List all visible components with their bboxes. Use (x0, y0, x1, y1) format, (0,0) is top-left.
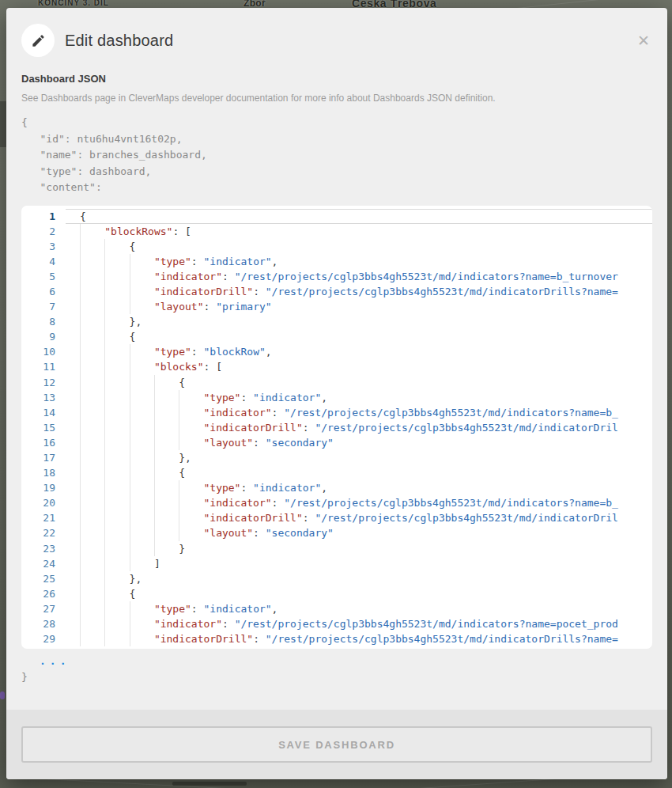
line-number: 11 (21, 359, 66, 374)
line-number: 12 (21, 375, 66, 390)
code-line-content: "layout": "secondary" (66, 435, 652, 450)
indent-guide (104, 299, 129, 314)
line-number: 22 (21, 525, 66, 540)
line-number: 20 (21, 495, 66, 510)
code-line[interactable]: 3{ (21, 239, 652, 254)
indent-guide (130, 510, 154, 525)
code-token-punct: : [ (172, 225, 191, 237)
line-number: 6 (21, 284, 66, 299)
code-line[interactable]: 16"layout": "secondary" (21, 435, 652, 450)
code-line[interactable]: 21"indicatorDrill": "/rest/projects/cglp… (21, 510, 652, 525)
indent-guide (104, 525, 129, 540)
code-line[interactable]: 14"indicator": "/rest/projects/cglp3bbs4… (21, 405, 652, 420)
code-line[interactable]: 15"indicatorDrill": "/rest/projects/cglp… (21, 420, 652, 435)
modal-footer: SAVE DASHBOARD (6, 710, 667, 779)
indent-guide (80, 239, 104, 254)
line-number: 10 (21, 344, 66, 359)
code-line[interactable]: 4"type": "indicator", (21, 254, 652, 269)
code-line[interactable]: 28"indicator": "/rest/projects/cglp3bbs4… (21, 616, 652, 631)
code-line[interactable]: 2"blockRows": [ (21, 224, 652, 239)
indent-guide (104, 571, 129, 586)
code-line[interactable]: 7"layout": "primary" (21, 299, 652, 314)
indent-guide (80, 284, 104, 299)
code-token-punct: : (222, 618, 235, 630)
dashboard-json-description: See Dashboards page in CleverMaps develo… (21, 93, 652, 104)
code-line[interactable]: 8}, (21, 314, 652, 329)
modal-body: Dashboard JSON See Dashboards page in Cl… (6, 66, 667, 710)
indent-guide (80, 556, 104, 571)
code-token-string: "secondary" (266, 527, 334, 539)
code-line-content: ] (66, 556, 652, 571)
indent-guide (130, 495, 154, 510)
indent-guide (104, 329, 129, 344)
code-token-punct: }, (130, 316, 142, 328)
code-token-punct: : (253, 527, 266, 539)
save-dashboard-button[interactable]: SAVE DASHBOARD (21, 726, 652, 763)
code-line[interactable]: 9{ (21, 329, 652, 344)
line-number: 4 (21, 254, 66, 269)
code-line-content: "type": "indicator", (66, 254, 652, 269)
edit-dashboard-modal: Edit dashboard ✕ Dashboard JSON See Dash… (6, 8, 667, 779)
code-token-punct: : (204, 301, 217, 313)
code-line[interactable]: 17}, (21, 450, 652, 465)
indent-guide (179, 495, 203, 510)
code-line[interactable]: 23} (21, 541, 652, 556)
indent-guide (104, 556, 129, 571)
code-line-content: } (66, 541, 652, 556)
code-token-punct: { (179, 467, 185, 479)
code-line-content: "indicator": "/rest/projects/cglp3bbs4gh… (66, 269, 652, 284)
collapsed-ellipsis[interactable]: ... (40, 654, 70, 670)
indent-guide (154, 510, 179, 525)
line-number: 28 (21, 616, 66, 631)
indent-guide (104, 254, 129, 269)
code-line[interactable]: 26{ (21, 586, 652, 601)
code-token-key: "indicatorDrill" (203, 422, 302, 434)
indent-guide (104, 420, 129, 435)
indent-guide (130, 525, 154, 540)
indent-guide (80, 450, 104, 465)
code-token-string: "/rest/projects/cglp3bbs4gh5523t/md/indi… (266, 633, 618, 645)
indent-guide (104, 480, 129, 495)
code-line[interactable]: 5"indicator": "/rest/projects/cglp3bbs4g… (21, 269, 652, 284)
code-line[interactable]: 29"indicatorDrill": "/rest/projects/cglp… (21, 631, 652, 646)
code-token-key: "layout" (203, 437, 253, 449)
code-line-content: { (66, 465, 652, 480)
code-token-punct: : [ (204, 361, 222, 373)
code-line[interactable]: 20"indicator": "/rest/projects/cglp3bbs4… (21, 495, 652, 510)
code-token-key: "blocks" (154, 361, 204, 373)
code-line[interactable]: 13"type": "indicator", (21, 390, 652, 405)
code-line[interactable]: 18{ (21, 465, 652, 480)
code-line[interactable]: 12{ (21, 375, 652, 390)
indent-guide (104, 375, 129, 390)
json-code-editor[interactable]: 1{2"blockRows": [3{4"type": "indicator",… (21, 206, 652, 649)
line-number: 27 (21, 601, 66, 616)
code-line-content: "type": "blockRow", (66, 344, 652, 359)
code-line[interactable]: 19"type": "indicator", (21, 480, 652, 495)
indent-guide (80, 616, 104, 631)
code-line[interactable]: 1{ (21, 209, 652, 224)
indent-guide (80, 571, 104, 586)
code-line-content: "blocks": [ (66, 359, 652, 374)
code-line[interactable]: 27"type": "indicator", (21, 601, 652, 616)
code-token-key: "type" (203, 392, 240, 403)
indent-guide (130, 465, 154, 480)
code-line[interactable]: 25}, (21, 571, 652, 586)
code-line-content: }, (66, 571, 652, 586)
code-token-string: "primary" (216, 301, 271, 313)
indent-guide (104, 344, 129, 359)
code-line[interactable]: 22"layout": "secondary" (21, 525, 652, 540)
code-line[interactable]: 11"blocks": [ (21, 359, 652, 374)
indent-guide (104, 586, 129, 601)
code-line[interactable]: 6"indicatorDrill": "/rest/projects/cglp3… (21, 284, 652, 299)
code-line[interactable]: 10"type": "blockRow", (21, 344, 652, 359)
indent-guide (80, 269, 104, 284)
code-line[interactable]: 24] (21, 556, 652, 571)
indent-guide (154, 480, 179, 495)
code-line-content: { (66, 239, 652, 254)
pencil-icon (31, 33, 46, 48)
indent-guide (130, 480, 154, 495)
map-text-smudge (172, 782, 247, 786)
indent-guide (130, 359, 154, 374)
close-icon[interactable]: ✕ (636, 32, 651, 50)
code-token-key: "indicatorDrill" (154, 633, 253, 645)
